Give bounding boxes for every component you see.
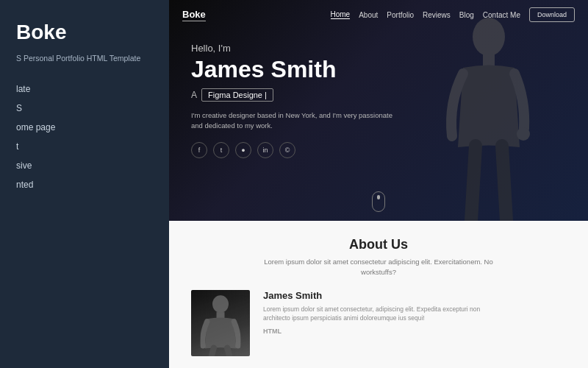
- hero-role-prefix: A: [191, 90, 197, 100]
- social-linkedin[interactable]: in: [257, 142, 273, 158]
- about-title: About Us: [191, 237, 566, 252]
- sidebar-item-template[interactable]: late: [16, 82, 153, 96]
- about-label: HTML: [263, 328, 484, 335]
- brand-title: Boke: [16, 21, 153, 44]
- hero-role-badge: Figma Designe |: [201, 88, 273, 102]
- social-twitter[interactable]: t: [213, 142, 229, 158]
- about-silhouette: [201, 294, 241, 356]
- nav-contact[interactable]: Contact Me: [483, 11, 520, 19]
- social-github[interactable]: ©: [279, 142, 295, 158]
- nav-home[interactable]: Home: [331, 10, 351, 19]
- svg-point-3: [212, 295, 229, 313]
- sidebar-item-sive[interactable]: sive: [16, 158, 153, 173]
- hero-role-line: A Figma Designe |: [191, 88, 566, 102]
- nav-links: Home About Portfolio Reviews Blog Contac…: [331, 7, 576, 22]
- social-dribbble[interactable]: ●: [235, 142, 251, 158]
- download-button[interactable]: Download: [529, 7, 575, 22]
- about-section: About Us Lorem ipsum dolor sit amet cons…: [169, 221, 588, 368]
- navbar-logo: Boke: [182, 9, 206, 21]
- navbar: Boke Home About Portfolio Reviews Blog C…: [169, 0, 588, 29]
- left-panel: Boke S Personal Portfolio HTML Template …: [0, 0, 169, 368]
- hero-description: I'm creative designer based in New York,…: [191, 110, 397, 132]
- sidebar-item-js[interactable]: S: [16, 101, 153, 116]
- scroll-dot: [377, 195, 380, 199]
- hero-name: James Smith: [191, 57, 566, 82]
- nav-about[interactable]: About: [359, 11, 378, 19]
- about-person-name: James Smith: [263, 290, 484, 301]
- sidebar-item-rt[interactable]: t: [16, 139, 153, 154]
- about-text: James Smith Lorem ipsum dolor sit amet c…: [263, 290, 484, 336]
- about-content: James Smith Lorem ipsum dolor sit amet c…: [191, 290, 566, 356]
- social-icons: f t ● in ©: [191, 142, 566, 158]
- sidebar-item-home[interactable]: ome page: [16, 120, 153, 135]
- hero-section: Boke Home About Portfolio Reviews Blog C…: [169, 0, 588, 221]
- brand-subtitle: S Personal Portfolio HTML Template: [16, 53, 153, 64]
- nav-portfolio[interactable]: Portfolio: [387, 11, 414, 19]
- social-facebook[interactable]: f: [191, 142, 207, 158]
- about-description: Lorem ipsum dolor sit amet consectetur a…: [246, 257, 511, 278]
- about-paragraph: Lorem ipsum dolor sit amet consectetur, …: [263, 305, 484, 324]
- nav-blog[interactable]: Blog: [459, 11, 474, 19]
- right-panel: Boke Home About Portfolio Reviews Blog C…: [169, 0, 588, 368]
- nav-reviews[interactable]: Reviews: [423, 11, 451, 19]
- sidebar-item-nted[interactable]: nted: [16, 177, 153, 192]
- about-image: [191, 290, 250, 356]
- hero-hello: Hello, I'm: [191, 43, 566, 54]
- scroll-indicator: [372, 191, 385, 212]
